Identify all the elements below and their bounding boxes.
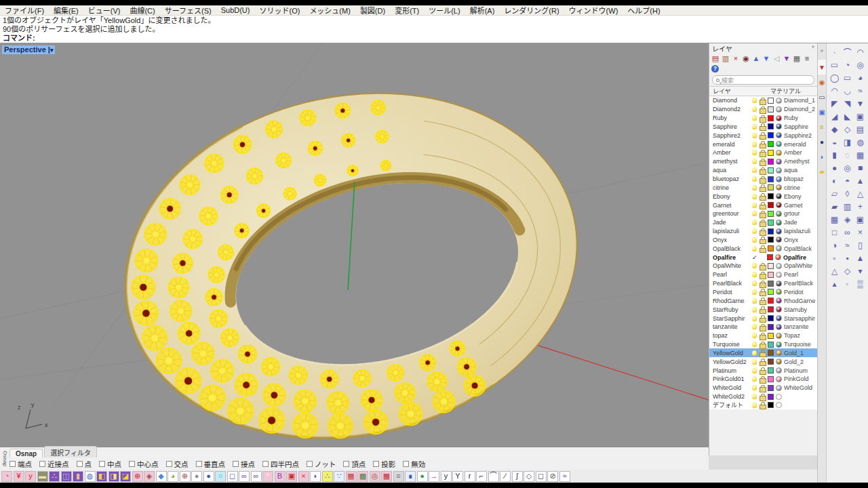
layer-color-swatch[interactable] <box>768 385 774 391</box>
tool-icon-49[interactable]: ▫ <box>828 251 841 264</box>
plugin-tool-icon-38[interactable]: y <box>441 471 452 482</box>
layer-lock-icon[interactable] <box>760 202 765 208</box>
notes-panel-tab[interactable]: ≡ <box>818 119 827 134</box>
osnap-checkbox[interactable] <box>99 461 105 467</box>
layer-visibility-bulb-icon[interactable] <box>752 298 757 304</box>
plugin-tool-icon-14[interactable]: ◆ <box>156 471 167 482</box>
material-sphere-icon[interactable] <box>776 376 782 382</box>
layer-lock-icon[interactable] <box>760 123 765 129</box>
layer-color-swatch[interactable] <box>768 394 774 400</box>
tool-icon-25[interactable]: ▮ <box>828 148 841 161</box>
plugin-tool-icon-41[interactable]: ⌐ <box>476 471 487 482</box>
layer-color-swatch[interactable] <box>768 359 774 365</box>
layer-color-swatch[interactable] <box>768 106 774 113</box>
layer-visibility-bulb-icon[interactable] <box>752 124 757 129</box>
layer-visibility-bulb-icon[interactable] <box>752 237 757 243</box>
layer-color-swatch[interactable] <box>768 315 774 321</box>
menu-item-13[interactable]: レンダリング(R) <box>499 5 564 16</box>
tool-icon-55[interactable]: ▴ <box>828 277 841 290</box>
layer-lock-icon[interactable] <box>760 211 765 217</box>
menu-item-2[interactable]: 編集(E) <box>49 5 83 16</box>
display-panel-tab[interactable]: ◉ <box>818 75 827 89</box>
menu-item-12[interactable]: 解析(A) <box>465 5 500 16</box>
tool-icon-30[interactable]: ■ <box>854 161 867 174</box>
material-sphere-icon[interactable] <box>776 123 782 129</box>
layer-row[interactable]: Opalfire✓Opalfire <box>709 253 817 262</box>
layer-color-swatch[interactable] <box>768 306 774 312</box>
tool-icon-15[interactable]: ▼ <box>854 97 867 110</box>
rendering-panel-tab[interactable]: ▣ <box>818 104 827 119</box>
layer-color-swatch[interactable] <box>768 123 774 129</box>
column-header-layer[interactable]: レイヤ <box>709 87 769 96</box>
layer-lock-icon[interactable] <box>760 237 765 243</box>
command-history-area[interactable]: 1個のオブジェクトがレイヤ「YellowGold」に変更されました。 90個のポ… <box>0 16 868 43</box>
material-sphere-icon[interactable] <box>776 132 782 138</box>
layer-visibility-bulb-icon[interactable] <box>752 272 757 277</box>
layer-row[interactable]: デフォルト <box>709 401 817 409</box>
material-sphere-icon[interactable] <box>776 281 782 287</box>
layers-panel-gear-icon[interactable]: * <box>812 44 814 52</box>
layer-visibility-bulb-icon[interactable] <box>752 307 757 312</box>
layer-color-swatch[interactable] <box>768 350 774 356</box>
material-sphere-icon[interactable] <box>776 324 782 330</box>
material-sphere-icon[interactable] <box>776 184 782 190</box>
tool-icon-24[interactable]: ◍ <box>854 136 867 148</box>
tool-icon-2[interactable]: ⌒ <box>841 45 854 58</box>
layer-color-swatch[interactable] <box>768 263 774 269</box>
tool-icon-42[interactable]: ▣ <box>854 213 867 226</box>
plugin-tool-icon-25[interactable]: ▣ <box>286 471 297 482</box>
plugin-tool-icon-22[interactable]: ∞ <box>251 471 262 482</box>
layer-color-swatch[interactable] <box>768 228 774 235</box>
layer-row[interactable]: PlatinumPlatinum <box>709 366 817 375</box>
layer-row[interactable]: emeraldemerald <box>709 140 817 148</box>
layer-row[interactable]: amethystAmethyst <box>709 157 817 166</box>
layer-color-swatch[interactable] <box>768 98 774 104</box>
layer-row[interactable]: TurquoiseTurquoise <box>709 340 817 349</box>
layers-panel-tab[interactable]: ▼ <box>818 60 827 75</box>
layer-lock-icon[interactable] <box>760 342 765 348</box>
plugin-tool-icon-28[interactable]: ∴ <box>322 471 333 482</box>
perspective-viewport[interactable]: zyx Perspective |▾ <box>0 43 709 447</box>
plugin-tool-icon-35[interactable]: ∎ <box>405 471 416 482</box>
layer-row[interactable]: JadeJade <box>709 218 817 227</box>
web-panel-tab[interactable]: ● <box>818 134 827 149</box>
plugin-tool-icon-43[interactable]: ∕ <box>500 471 511 482</box>
layer-visibility-bulb-icon[interactable] <box>752 220 757 225</box>
layer-row[interactable]: OpalWhiteOpalWhite <box>709 262 817 270</box>
layer-row[interactable]: greentourgrtour <box>709 209 817 218</box>
plugin-tool-icon-39[interactable]: Y <box>452 471 463 482</box>
layer-color-swatch[interactable] <box>768 245 774 251</box>
layer-lock-icon[interactable] <box>760 263 765 269</box>
osnap-option-4[interactable]: 中点 <box>99 459 121 469</box>
command-prompt[interactable]: コマンド: <box>3 34 865 43</box>
layer-visibility-bulb-icon[interactable] <box>752 176 757 182</box>
plugin-tool-icon-40[interactable]: r <box>465 471 475 482</box>
layer-lock-icon[interactable] <box>760 141 765 147</box>
layer-lock-icon[interactable] <box>760 220 765 226</box>
layer-visibility-bulb-icon[interactable] <box>752 246 757 251</box>
tool-icon-53[interactable]: ◇ <box>841 264 854 277</box>
layer-lock-icon[interactable] <box>760 298 765 304</box>
tool-icon-14[interactable]: ◥ <box>841 97 854 110</box>
material-sphere-icon[interactable] <box>776 141 782 147</box>
layer-lock-icon[interactable] <box>760 150 765 156</box>
tool-icon-26[interactable]: ◌ <box>841 148 854 161</box>
tool-icon-43[interactable]: □ <box>828 226 841 239</box>
layer-lock-icon[interactable] <box>760 184 765 190</box>
layer-visibility-bulb-icon[interactable] <box>752 263 757 268</box>
plugin-tool-icon-45[interactable]: ◇ <box>524 471 534 482</box>
material-sphere-icon[interactable] <box>776 333 782 339</box>
tool-icon-21[interactable]: ▤ <box>854 123 867 136</box>
plugin-tool-icon-27[interactable]: ◗ <box>310 471 321 482</box>
plugin-tool-icon-15[interactable]: ◕ <box>167 471 178 482</box>
tool-icon-31[interactable]: ◐ <box>828 174 841 187</box>
layer-visibility-bulb-icon[interactable] <box>752 194 757 199</box>
tool-icon-48[interactable]: ▯ <box>854 239 867 251</box>
material-sphere-icon[interactable] <box>775 254 781 260</box>
layer-row[interactable]: RubyRuby <box>709 114 817 123</box>
layer-row[interactable]: WhiteGoldWhiteGold <box>709 384 817 392</box>
menu-item-5[interactable]: サーフェス(S) <box>160 5 216 16</box>
material-sphere-icon[interactable] <box>776 359 782 365</box>
layer-color-swatch[interactable] <box>768 298 774 304</box>
osnap-option-6[interactable]: 交点 <box>166 459 189 469</box>
